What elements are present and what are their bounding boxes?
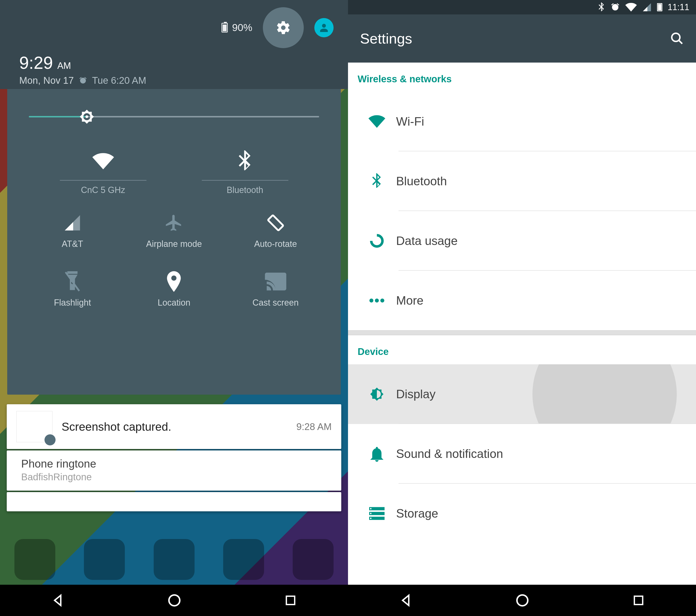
phone-quick-settings: 90% 9:29 AM Mon, Nov 17 Tue 6:20 AM [0,0,348,616]
dock-app[interactable] [154,539,194,580]
signal-icon [63,214,81,232]
status-bar: 11:11 [348,0,696,14]
svg-point-4 [380,298,384,303]
dock-app[interactable] [293,539,334,580]
gear-icon [275,20,291,35]
settings-item-sound[interactable]: Sound & notification [348,424,696,484]
navigation-bar [348,585,696,616]
settings-item-bluetooth[interactable]: Bluetooth [348,151,696,211]
status-time: 11:11 [668,2,689,12]
bell-icon [370,446,384,462]
svg-rect-6 [369,512,384,515]
screenshot-thumbnail [16,411,52,442]
dock-app[interactable] [223,539,264,580]
svg-rect-9 [370,513,371,514]
svg-point-11 [517,595,528,606]
display-icon [369,386,385,402]
recents-button[interactable] [632,594,645,606]
notification-screenshot[interactable]: Screenshot captured. 9:28 AM [7,404,341,449]
tile-cellular-label: AT&T [22,239,123,249]
tile-cellular[interactable]: AT&T [22,212,123,249]
brightness-slider[interactable] [7,89,341,144]
tile-airplane[interactable]: Airplane mode [123,212,225,249]
tile-cast-label: Cast screen [225,298,326,308]
settings-item-data-usage[interactable]: Data usage [348,211,696,271]
home-button[interactable] [515,593,529,607]
notification-ringtone[interactable]: Phone ringtone BadfishRingtone [7,450,341,491]
person-icon [318,22,330,33]
date: Mon, Nov 17 [19,75,74,86]
settings-button[interactable] [263,7,304,48]
clock-ampm: AM [57,61,71,71]
tile-location[interactable]: Location [123,271,225,308]
settings-item-label: Data usage [396,234,458,248]
tile-cast[interactable]: Cast screen [225,271,326,308]
settings-item-storage[interactable]: Storage [348,484,696,543]
more-icon [369,298,384,303]
brightness-icon [78,108,95,125]
svg-rect-10 [370,518,371,519]
data-usage-icon [369,233,384,248]
quick-settings-panel: CnC 5 GHz Bluetooth AT&T Airplane mode [7,89,341,395]
bluetooth-icon [598,2,605,12]
location-icon [167,271,181,292]
home-button[interactable] [167,593,181,607]
tile-flashlight-label: Flashlight [22,298,123,308]
user-switcher[interactable] [314,18,334,37]
bluetooth-icon [372,173,382,189]
alarm-text: Tue 6:20 AM [92,75,146,86]
tile-rotate[interactable]: Auto-rotate [225,212,326,249]
rotate-icon [266,213,286,233]
svg-rect-1 [286,596,295,605]
bluetooth-icon [238,150,252,172]
tile-location-label: Location [123,298,225,308]
notification-subtitle: BadfishRingtone [21,472,332,482]
search-button[interactable] [670,32,684,45]
tile-wifi-label: CnC 5 GHz [48,185,158,195]
date-line[interactable]: Mon, Nov 17 Tue 6:20 AM [19,75,334,86]
settings-item-label: More [396,294,424,308]
flashlight-icon [65,271,80,292]
settings-item-label: Sound & notification [396,447,503,461]
airplane-icon [164,213,184,232]
notification-list: Screenshot captured. 9:28 AM Phone ringt… [7,404,341,513]
clock[interactable]: 9:29 AM [19,53,334,73]
svg-point-3 [375,298,379,303]
notification-collapsed[interactable] [7,492,341,511]
dock-app[interactable] [84,539,125,580]
settings-item-more[interactable]: More [348,271,696,330]
app-bar: Settings [348,14,696,63]
tile-bt-label: Bluetooth [190,185,300,195]
settings-item-wifi[interactable]: Wi-Fi [348,92,696,151]
tile-wifi[interactable]: CnC 5 GHz [48,149,158,195]
dock-app[interactable] [14,539,55,580]
back-button[interactable] [399,594,413,607]
section-device: Device [348,335,696,364]
battery-icon [221,23,228,32]
recents-button[interactable] [284,594,297,606]
settings-item-label: Storage [396,507,438,521]
wifi-icon [368,115,385,128]
wifi-icon [625,3,637,12]
settings-item-label: Display [396,387,436,401]
notification-title: Phone ringtone [21,457,332,470]
section-wireless: Wireless & networks [348,63,696,92]
storage-icon [369,507,384,520]
signal-icon [642,2,652,12]
section-separator [348,330,696,335]
tile-bluetooth[interactable]: Bluetooth [190,149,300,195]
touch-ripple [533,364,677,424]
svg-rect-12 [634,596,643,605]
clock-time: 9:29 [19,53,53,73]
wifi-icon [92,153,114,170]
battery-status: 90% [221,22,252,33]
back-button[interactable] [51,594,65,607]
cast-icon [265,273,286,290]
svg-rect-8 [370,508,371,509]
shade-header: 90% 9:29 AM Mon, Nov 17 Tue 6:20 AM [0,0,348,89]
settings-item-label: Bluetooth [396,174,447,188]
tile-flashlight[interactable]: Flashlight [22,271,123,308]
tile-rotate-label: Auto-rotate [225,239,326,249]
homescreen-dock [0,534,348,585]
settings-item-display[interactable]: Display [348,364,696,424]
